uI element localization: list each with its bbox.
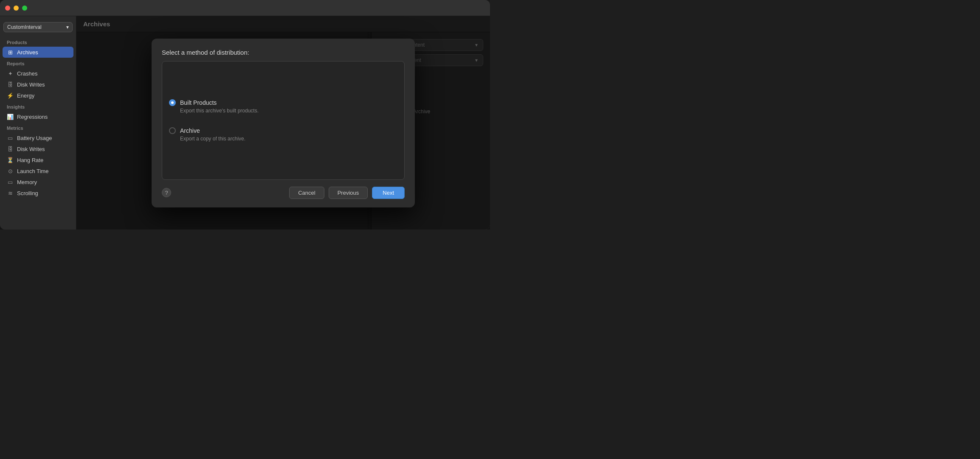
distribution-modal: Select a method of distribution: Built P… bbox=[152, 39, 415, 207]
window-body: CustomInterval ▾ Products ⊞ Archives Rep… bbox=[0, 16, 490, 230]
sidebar-item-memory-label: Memory bbox=[17, 179, 37, 185]
scrolling-icon: ≋ bbox=[7, 190, 14, 196]
modal-footer: ? Cancel Previous Next bbox=[152, 180, 415, 207]
close-button[interactable] bbox=[5, 6, 10, 11]
sidebar-item-disk-writes-label: Disk Writes bbox=[17, 81, 45, 88]
sidebar-item-launch-time-label: Launch Time bbox=[17, 168, 48, 174]
chevron-down-icon: ▾ bbox=[66, 24, 69, 30]
metrics-section-header: Metrics bbox=[0, 122, 76, 132]
next-button[interactable]: Next bbox=[372, 187, 405, 199]
archive-row: Archive bbox=[169, 127, 397, 134]
sidebar-item-energy-label: Energy bbox=[17, 92, 34, 99]
built-products-row: Built Products bbox=[169, 99, 397, 106]
archive-radio[interactable] bbox=[169, 127, 176, 134]
maximize-button[interactable] bbox=[22, 6, 27, 11]
memory-icon: ▭ bbox=[7, 179, 14, 185]
main-content: Archives Distribute Content ▾ bbox=[76, 16, 490, 230]
insights-section-header: Insights bbox=[0, 101, 76, 111]
modal-title: Select a method of distribution: bbox=[162, 49, 405, 56]
sidebar-item-archives[interactable]: ⊞ Archives bbox=[3, 47, 73, 58]
traffic-lights bbox=[5, 6, 27, 11]
sidebar-item-memory[interactable]: ▭ Memory bbox=[0, 176, 76, 188]
titlebar bbox=[0, 0, 490, 16]
sidebar-item-energy[interactable]: ⚡ Energy bbox=[0, 90, 76, 101]
sidebar-item-disk-writes[interactable]: 🗄 Disk Writes bbox=[0, 79, 76, 90]
sidebar: CustomInterval ▾ Products ⊞ Archives Rep… bbox=[0, 16, 76, 230]
disk-writes-metrics-icon: 🗄 bbox=[7, 146, 14, 152]
sidebar-item-crashes[interactable]: ✦ Crashes bbox=[0, 68, 76, 79]
launch-time-icon: ⊙ bbox=[7, 168, 14, 174]
crashes-icon: ✦ bbox=[7, 70, 14, 77]
archive-option: Archive Export a copy of this archive. bbox=[169, 127, 397, 142]
sidebar-item-scrolling-label: Scrolling bbox=[17, 190, 38, 196]
built-products-desc: Export this archive's built products. bbox=[180, 108, 397, 114]
sidebar-item-archives-label: Archives bbox=[17, 49, 38, 56]
main-window: CustomInterval ▾ Products ⊞ Archives Rep… bbox=[0, 0, 490, 230]
regressions-icon: 📊 bbox=[7, 113, 14, 120]
sidebar-item-launch-time[interactable]: ⊙ Launch Time bbox=[0, 165, 76, 176]
sidebar-item-disk-writes-metrics[interactable]: 🗄 Disk Writes bbox=[0, 143, 76, 154]
dropdown-label: CustomInterval bbox=[7, 24, 42, 30]
disk-writes-icon: 🗄 bbox=[7, 81, 14, 88]
modal-options-area: Built Products Export this archive's bui… bbox=[162, 61, 405, 180]
sidebar-item-regressions[interactable]: 📊 Regressions bbox=[0, 111, 76, 122]
archives-icon: ⊞ bbox=[7, 49, 14, 56]
minimize-button[interactable] bbox=[14, 6, 19, 11]
custom-interval-dropdown[interactable]: CustomInterval ▾ bbox=[3, 22, 73, 32]
energy-icon: ⚡ bbox=[7, 92, 14, 99]
hang-rate-icon: ⏳ bbox=[7, 157, 14, 163]
reports-section-header: Reports bbox=[0, 58, 76, 68]
archive-desc: Export a copy of this archive. bbox=[180, 136, 397, 142]
previous-button[interactable]: Previous bbox=[329, 187, 368, 199]
sidebar-item-disk-writes-metrics-label: Disk Writes bbox=[17, 146, 45, 152]
built-products-radio[interactable] bbox=[169, 99, 176, 106]
sidebar-item-scrolling[interactable]: ≋ Scrolling bbox=[0, 188, 76, 199]
help-button[interactable]: ? bbox=[162, 188, 171, 197]
sidebar-item-hang-rate-label: Hang Rate bbox=[17, 157, 43, 163]
archive-label: Archive bbox=[180, 127, 200, 134]
battery-icon: ▭ bbox=[7, 134, 14, 141]
built-products-option: Built Products Export this archive's bui… bbox=[169, 99, 397, 114]
modal-footer-left: ? bbox=[162, 188, 171, 197]
modal-header: Select a method of distribution: bbox=[152, 39, 415, 61]
sidebar-item-crashes-label: Crashes bbox=[17, 70, 37, 77]
sidebar-item-battery-label: Battery Usage bbox=[17, 135, 52, 141]
cancel-button[interactable]: Cancel bbox=[289, 187, 324, 199]
help-icon: ? bbox=[165, 190, 168, 196]
sidebar-item-battery-usage[interactable]: ▭ Battery Usage bbox=[0, 132, 76, 143]
modal-footer-right: Cancel Previous Next bbox=[289, 187, 405, 199]
products-section-header: Products bbox=[0, 36, 76, 47]
sidebar-item-hang-rate[interactable]: ⏳ Hang Rate bbox=[0, 154, 76, 165]
sidebar-item-regressions-label: Regressions bbox=[17, 114, 48, 120]
modal-overlay: Select a method of distribution: Built P… bbox=[76, 16, 490, 230]
built-products-label: Built Products bbox=[180, 99, 217, 106]
